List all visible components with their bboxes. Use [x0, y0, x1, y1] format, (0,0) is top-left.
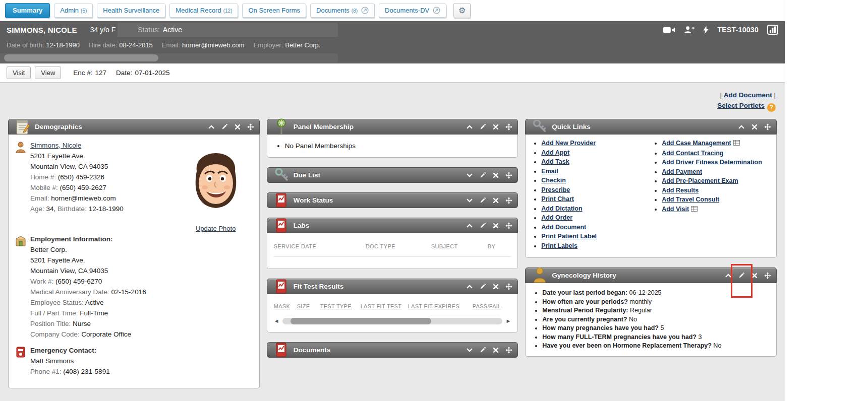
- portlet-header-demographics[interactable]: Demographics: [8, 119, 260, 135]
- portlet-header-fit-test-results[interactable]: Fit Test Results: [267, 279, 518, 294]
- edit-icon[interactable]: [479, 347, 486, 354]
- tab-admin[interactable]: Admin (5): [54, 4, 93, 18]
- quick-link-email[interactable]: Email: [541, 168, 558, 175]
- portlet-header-quick-links[interactable]: Quick Links: [525, 119, 777, 135]
- collapse-icon[interactable]: [208, 123, 215, 130]
- tab-summary[interactable]: Summary: [5, 3, 50, 18]
- question: Date your last period began:: [542, 289, 627, 296]
- quick-link-add-driver-fitness[interactable]: Add Driver Fitness Determination: [662, 159, 762, 166]
- tab-documents[interactable]: Documents (8): [310, 4, 375, 18]
- quick-link-prescribe[interactable]: Prescribe: [541, 186, 570, 193]
- quick-link-add-visit[interactable]: Add Visit: [662, 206, 689, 213]
- quick-link-add-travel-consult[interactable]: Add Travel Consult: [662, 196, 719, 203]
- move-icon[interactable]: [505, 222, 512, 229]
- scrollbar-thumb[interactable]: [291, 318, 432, 324]
- scrollbar-track[interactable]: [282, 318, 503, 324]
- fit-col-last-fit-expires[interactable]: LAST FIT EXPIRES: [408, 301, 473, 312]
- portlet-header-work-status[interactable]: Work Status: [267, 192, 518, 208]
- quick-link-checkin[interactable]: Checkin: [541, 177, 566, 184]
- tab-documents-dv[interactable]: Documents-DV: [379, 4, 446, 18]
- quick-link-add-case-management[interactable]: Add Case Management: [662, 140, 731, 147]
- chart-graph-icon[interactable]: [767, 25, 778, 35]
- expand-icon[interactable]: [466, 347, 473, 354]
- portlet-header-documents[interactable]: Documents: [267, 342, 518, 358]
- move-icon[interactable]: [505, 347, 512, 354]
- move-icon[interactable]: [505, 172, 512, 179]
- external-link-icon[interactable]: [361, 7, 369, 14]
- tab-health-surveillance[interactable]: Health Surveillance: [97, 4, 165, 18]
- move-icon[interactable]: [247, 123, 254, 130]
- close-icon[interactable]: [234, 123, 241, 130]
- close-icon[interactable]: [751, 123, 758, 130]
- move-icon[interactable]: [505, 123, 512, 130]
- quick-link-add-new-provider[interactable]: Add New Provider: [541, 140, 596, 147]
- portlet-header-due-list[interactable]: Due List: [267, 167, 518, 183]
- tab-on-screen-forms[interactable]: On Screen Forms: [242, 4, 306, 18]
- quick-link-print-patient-label[interactable]: Print Patient Label: [541, 233, 597, 240]
- close-icon[interactable]: [492, 197, 499, 204]
- collapse-icon[interactable]: [725, 272, 732, 279]
- patient-name-link[interactable]: Simmons, Nicole: [30, 142, 81, 149]
- close-icon[interactable]: [751, 272, 758, 279]
- labs-col-subject: SUBJECT: [431, 241, 488, 252]
- quick-link-add-appt[interactable]: Add Appt: [541, 149, 569, 156]
- lightning-icon[interactable]: [703, 26, 709, 34]
- collapse-icon[interactable]: [466, 283, 473, 290]
- update-photo-link[interactable]: Update Photo: [196, 223, 236, 234]
- edit-icon[interactable]: [479, 172, 486, 179]
- move-icon[interactable]: [764, 123, 771, 130]
- quick-link-add-contact-tracing[interactable]: Add Contact Tracing: [662, 150, 723, 157]
- portlet-header-labs[interactable]: Labs: [267, 218, 518, 233]
- edit-icon[interactable]: [479, 123, 486, 130]
- quick-link-add-payment[interactable]: Add Payment: [662, 168, 702, 175]
- fit-col-test-type[interactable]: TEST TYPE: [320, 301, 361, 312]
- external-link-icon[interactable]: [433, 7, 440, 14]
- scroll-left-arrow[interactable]: ◄: [274, 318, 279, 324]
- close-icon[interactable]: [492, 347, 499, 354]
- quick-link-print-chart[interactable]: Print Chart: [541, 195, 574, 203]
- add-document-link[interactable]: Add Document: [724, 91, 772, 99]
- edit-icon[interactable]: [221, 123, 228, 130]
- portlet-header-gynecology-history[interactable]: Gynecology History: [525, 268, 777, 283]
- close-icon[interactable]: [492, 283, 499, 290]
- edit-icon[interactable]: [479, 197, 486, 204]
- expand-icon[interactable]: [466, 172, 473, 179]
- fit-col-last-fit-test[interactable]: LAST FIT TEST: [361, 301, 408, 312]
- quick-link-add-task[interactable]: Add Task: [541, 158, 569, 165]
- quick-link-add-document[interactable]: Add Document: [541, 224, 586, 231]
- collapse-icon[interactable]: [466, 123, 473, 130]
- visit-button[interactable]: Visit: [7, 66, 31, 79]
- edit-icon[interactable]: [479, 283, 486, 290]
- close-icon[interactable]: [492, 222, 499, 229]
- move-icon[interactable]: [764, 272, 771, 279]
- fit-col-pass-fail[interactable]: PASS/FAIL: [473, 301, 501, 312]
- fit-col-mask[interactable]: MASK: [274, 301, 297, 312]
- edit-icon[interactable]: [738, 272, 745, 279]
- close-icon[interactable]: [492, 123, 499, 130]
- add-user-icon[interactable]: [684, 26, 695, 34]
- select-portlets-link[interactable]: Select Portlets: [717, 102, 765, 109]
- help-icon[interactable]: ?: [767, 103, 776, 112]
- video-camera-icon[interactable]: [663, 26, 675, 34]
- portlet-header-panel-membership[interactable]: Panel Membership: [267, 119, 518, 135]
- header-scrollbar-thumb[interactable]: [4, 54, 158, 61]
- view-button[interactable]: View: [35, 66, 61, 79]
- header-scrollbar-track[interactable]: [0, 53, 338, 62]
- quick-link-print-labels[interactable]: Print Labels: [541, 242, 577, 249]
- quick-link-add-dictation[interactable]: Add Dictation: [541, 205, 582, 212]
- scroll-right-arrow[interactable]: ►: [505, 318, 511, 324]
- edit-icon[interactable]: [479, 222, 486, 229]
- collapse-icon[interactable]: [738, 123, 745, 130]
- move-icon[interactable]: [505, 283, 512, 290]
- fit-col-size[interactable]: SIZE: [297, 301, 320, 312]
- tab-medical-record[interactable]: Medical Record (12): [169, 4, 238, 18]
- expand-icon[interactable]: [466, 197, 473, 204]
- close-icon[interactable]: [492, 172, 499, 179]
- quick-link-add-results[interactable]: Add Results: [662, 187, 699, 194]
- settings-gear-button[interactable]: ⚙: [453, 3, 471, 18]
- quick-link-add-order[interactable]: Add Order: [541, 214, 572, 221]
- tab-label: Documents-DV: [385, 7, 429, 14]
- collapse-icon[interactable]: [466, 222, 473, 229]
- move-icon[interactable]: [505, 197, 512, 204]
- quick-link-add-pre-placement-exam[interactable]: Add Pre-Placement Exam: [662, 177, 738, 184]
